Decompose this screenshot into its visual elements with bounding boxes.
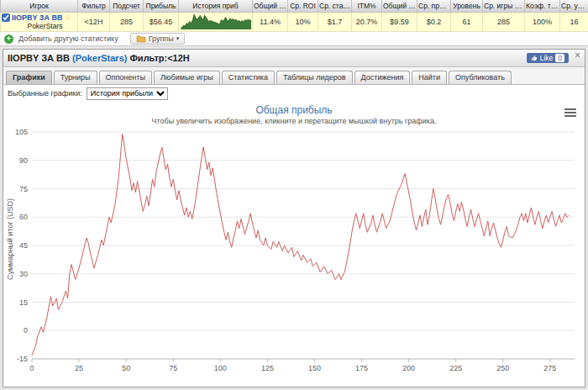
- stats-header-row: Игрок Фильтр Подсчет Прибыль История при…: [1, 0, 588, 13]
- col-total-roi[interactable]: Общий ROI: [253, 0, 288, 13]
- player-panel: IIOPBY ЗА BB (PokerStars) Фильтр:<12H Li…: [3, 49, 585, 387]
- cell-level: 61: [451, 13, 483, 32]
- svg-text:100: 100: [214, 364, 227, 372]
- cell-avg-stake: $1.7: [318, 13, 352, 32]
- player-checkbox[interactable]: [2, 13, 10, 22]
- tab-find[interactable]: Найти: [412, 71, 447, 84]
- svg-text:0: 0: [29, 364, 34, 372]
- stats-table: Игрок Фильтр Подсчет Прибыль История при…: [0, 0, 588, 32]
- tab-publish[interactable]: Опубликовать: [449, 71, 512, 84]
- cell-avg-entrants: 16: [560, 13, 588, 32]
- tab-achievements[interactable]: Достижения: [354, 71, 411, 84]
- cell-filter: <12H: [78, 13, 110, 32]
- groups-label: Группы: [149, 34, 174, 43]
- col-avg-stake[interactable]: Ср. ставка: [318, 0, 352, 13]
- add-statistic-link[interactable]: Добавить другую статистику: [18, 34, 118, 43]
- svg-text:75: 75: [169, 364, 177, 372]
- col-avg-entrants[interactable]: Ср. участни: [560, 0, 588, 13]
- player-site: PokerStars: [2, 22, 76, 30]
- add-icon[interactable]: +: [4, 34, 13, 44]
- favorite-star-icon[interactable]: ☆: [64, 13, 71, 22]
- svg-text:225: 225: [449, 364, 462, 372]
- like-count: 0: [555, 54, 564, 62]
- chart-menu-icon[interactable]: [564, 107, 576, 119]
- col-filter[interactable]: Фильтр: [78, 0, 110, 13]
- sparkline-svg: [181, 14, 251, 29]
- col-profit-history[interactable]: История приб: [179, 0, 253, 13]
- profit-chart-svg[interactable]: -150153045607590105025507510012515017520…: [3, 127, 583, 379]
- cell-profit: $56.45: [144, 13, 179, 32]
- graph-select[interactable]: История прибыли: [87, 87, 168, 100]
- tab-opponents[interactable]: Оппоненты: [99, 71, 152, 84]
- svg-text:275: 275: [543, 364, 556, 372]
- thumbs-up-icon: [531, 55, 538, 61]
- tab-graphs[interactable]: Графики: [6, 71, 52, 84]
- tab-leaderboards[interactable]: Таблицы лидеров: [276, 71, 353, 84]
- tab-statistics[interactable]: Статистика: [222, 71, 275, 84]
- tab-bar: Графики Турниры Оппоненты Любимые игры С…: [3, 67, 585, 85]
- col-count[interactable]: Подсчет: [110, 0, 144, 13]
- folder-icon: [136, 34, 146, 43]
- tab-tournaments[interactable]: Турниры: [54, 71, 97, 84]
- svg-text:0: 0: [24, 326, 28, 335]
- panel-title-site[interactable]: (PokerStars): [72, 53, 127, 63]
- svg-text:50: 50: [122, 364, 130, 372]
- svg-text:75: 75: [19, 185, 28, 193]
- col-total-rake[interactable]: Общий рейк: [382, 0, 417, 13]
- svg-text:175: 175: [355, 364, 368, 372]
- svg-text:90: 90: [19, 156, 28, 165]
- cell-sparkline: [179, 13, 253, 32]
- panel-header: IIOPBY ЗА BB (PokerStars) Фильтр:<12H Li…: [3, 50, 585, 67]
- player-name-link[interactable]: IIOPBY ЗА BB: [12, 13, 62, 22]
- close-icon[interactable]: ×: [575, 50, 580, 61]
- cell-games-per-day: 285: [483, 13, 525, 32]
- groups-button[interactable]: Группы ▾: [130, 33, 186, 45]
- tab-favorite-games[interactable]: Любимые игры: [154, 71, 220, 84]
- col-level[interactable]: Уровень: [451, 0, 483, 13]
- svg-text:-15: -15: [17, 355, 28, 363]
- svg-text:105: 105: [15, 128, 28, 136]
- selected-graphs-label: Выбранные графики:: [8, 89, 82, 98]
- svg-text:45: 45: [19, 241, 28, 250]
- svg-text:30: 30: [19, 270, 28, 278]
- panel-title-player: IIOPBY ЗА BB: [8, 53, 70, 63]
- svg-text:150: 150: [308, 364, 321, 372]
- svg-text:250: 250: [496, 364, 509, 372]
- cell-turbo-coef: 100%: [525, 13, 560, 32]
- chart-area: Общая прибыль Чтобы увеличить изображени…: [3, 102, 585, 387]
- cell-total-roi: 11.4%: [253, 13, 288, 32]
- col-avg-roi[interactable]: Ср. ROI: [288, 0, 318, 13]
- graph-controls: Выбранные графики: История прибыли: [3, 85, 585, 102]
- chevron-down-icon: ▾: [176, 35, 180, 42]
- cell-count: 285: [110, 13, 144, 32]
- svg-text:125: 125: [261, 364, 274, 372]
- like-label: Like: [540, 54, 554, 62]
- panel-title-filter: Фильтр:<12H: [129, 53, 189, 63]
- cell-total-rake: $9.59: [382, 13, 417, 32]
- player-cell: IIOPBY ЗА BB ☆ PokerStars: [1, 13, 78, 32]
- y-axis-title: Суммарный итог (USD): [6, 198, 14, 280]
- svg-text:60: 60: [19, 213, 28, 221]
- cell-itm: 20.7%: [352, 13, 382, 32]
- chart-subtitle: Чтобы увеличить изображение, кликните и …: [3, 117, 585, 125]
- svg-text:25: 25: [75, 364, 83, 372]
- col-itm[interactable]: ITM%: [352, 0, 382, 13]
- cell-avg-profit: $0.2: [417, 13, 451, 32]
- svg-text:15: 15: [19, 298, 28, 307]
- facebook-like-button[interactable]: Like 0: [527, 53, 569, 63]
- table-row: IIOPBY ЗА BB ☆ PokerStars <12H 285 $56.4…: [1, 13, 588, 32]
- svg-text:200: 200: [402, 364, 415, 372]
- col-games-per-day[interactable]: Ср. игры / день: [483, 0, 525, 13]
- col-profit[interactable]: Прибыль: [144, 0, 179, 13]
- cell-avg-roi: 10%: [288, 13, 318, 32]
- col-avg-profit[interactable]: Ср. прибы: [417, 0, 451, 13]
- col-turbo-coef[interactable]: Коэф. турбо: [525, 0, 560, 13]
- toolbar: + Добавить другую статистику Группы ▾: [0, 32, 588, 46]
- col-player[interactable]: Игрок: [1, 0, 78, 13]
- panel-title: IIOPBY ЗА BB (PokerStars) Фильтр:<12H: [8, 53, 190, 63]
- chart-title: Общая прибыль: [3, 104, 585, 116]
